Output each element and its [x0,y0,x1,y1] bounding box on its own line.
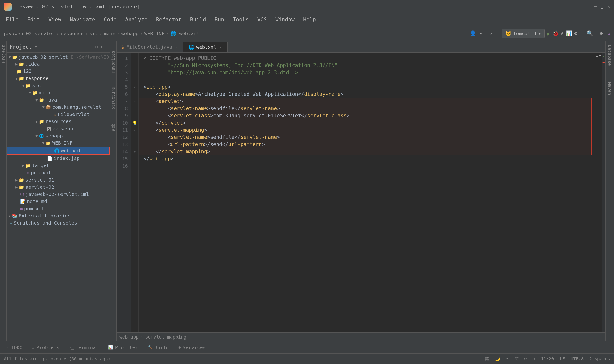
tree-item-fileservlet[interactable]: ☕ FileServlet [7,111,110,118]
menu-file[interactable]: File [2,15,22,24]
build-tab[interactable]: 🔨 Build [144,343,173,352]
tree-item-package[interactable]: ▼ 📦 com.kuang.servlet [7,104,110,111]
project-header-icons: ⊟ ⚙ – [95,44,107,49]
todo-tab[interactable]: ✓ TODO [3,343,26,352]
coverage-button[interactable]: ⚡ [561,30,564,36]
tree-item-scratches[interactable]: ✏ Scratches and Consoles [7,219,110,227]
tree-item-main[interactable]: ▼ 📁 main [7,89,110,96]
tree-item-webinf[interactable]: ▼ 📁 WEB-INF [7,139,110,147]
code-content-area[interactable]: <!DOCTYPE web-app PUBLIC "-//Sun Microsy… [139,53,601,332]
minimize-button[interactable]: ─ [594,4,597,10]
vcs-update-button[interactable]: ↙ [487,29,495,38]
maximize-button[interactable]: □ [600,4,603,10]
gutter-line5-fold[interactable]: ▿ [131,83,138,91]
hide-panel-button[interactable]: – [104,44,107,49]
status-encoding[interactable]: UTF-8 [571,356,584,361]
profile-button[interactable]: 📊 [566,30,572,36]
terminal-tab[interactable]: >_ Terminal [65,343,103,352]
scroll-up-arrow[interactable]: ▲ [596,54,598,57]
menu-run[interactable]: Run [211,15,228,24]
maven-icon: m [27,170,29,175]
breadcrumb-webinf[interactable]: WEB-INF [144,31,165,36]
tree-item-123[interactable]: 📁 123 [7,67,110,75]
breadcrumb-webxml[interactable]: 🌐 web.xml [170,31,199,36]
tree-item-notemd[interactable]: 📝 note.md [7,198,110,205]
tab-webxml[interactable]: 🌐 web.xml × [183,42,228,52]
web-tab[interactable]: Web [111,124,116,131]
tree-item-webxml[interactable]: 🌐 web.xml [7,147,110,155]
tab-fileservlet-close[interactable]: × [174,44,179,50]
code-scrollbar[interactable]: ✓ ▲ ▼ [601,53,605,332]
tree-item-servlet01[interactable]: ▶ 📁 servlet-01 [7,176,110,183]
breadcrumb-webapp-node[interactable]: web-app [119,334,139,339]
favorites-tab[interactable]: Favorites [111,51,116,73]
code-editor[interactable]: 1 2 3 4 5 6 7 8 9 10 11 12 13 14 15 16 [117,53,605,332]
menu-navigate[interactable]: Navigate [66,15,99,24]
settings-gear-button[interactable]: ⚙ [598,29,605,38]
tree-item-iml[interactable]: ⬡ javaweb-02-servlet.iml [7,191,110,198]
gutter-line7-fold[interactable]: ▿ [131,98,138,105]
tree-item-idea[interactable]: ▶ 📁 .idea [7,60,110,67]
breadcrumb-webapp[interactable]: webapp [121,31,139,36]
tree-item-servlet02[interactable]: ▶ 📁 servlet-02 [7,183,110,191]
tree-item-aawebp[interactable]: 🖼 aa.webp [7,125,110,132]
gutter-line14-fold[interactable]: ▿ [131,148,138,155]
breadcrumb-main[interactable]: main [104,31,115,36]
breadcrumb-project[interactable]: javaweb-02-servlet [3,31,55,36]
menu-analyze[interactable]: Analyze [121,15,151,24]
settings-icon[interactable]: ⚙ [99,44,102,49]
tree-item-src[interactable]: ▼ 📁 src [7,82,110,89]
collapse-all-button[interactable]: ⊟ [95,44,98,49]
services-tab[interactable]: ⚙ Services [175,343,210,352]
project-panel-tab[interactable]: Project [0,43,7,65]
tree-item-response[interactable]: ▼ 📁 response [7,75,110,82]
account-button[interactable]: 👤 ▾ [467,29,485,38]
problems-tab[interactable]: ⚠ Problems [28,343,63,352]
menu-code[interactable]: Code [100,15,120,24]
tree-item-target[interactable]: ▶ 📁 target [7,162,110,169]
status-linesep[interactable]: LF [559,356,565,361]
project-dropdown-icon[interactable]: ▾ [35,44,37,49]
tree-item-ext-lib[interactable]: ▶ 📚 External Libraries [7,212,110,219]
menu-build[interactable]: Build [186,15,210,24]
xml-file-icon: 🌐 [54,148,59,153]
tree-item-root[interactable]: ▼ 📁 javaweb-02-servlet E:\Software\IDEA\… [7,54,110,60]
structure-tab[interactable]: Structure [111,87,116,109]
tomcat-config-button[interactable]: 🐱 Tomcat 9 ▾ [502,29,545,38]
tree-item-webapp[interactable]: ▼ 🌐 webapp [7,132,110,139]
menu-help[interactable]: Help [299,15,320,24]
status-indent[interactable]: 2 spaces [589,356,610,361]
maven-tab[interactable]: Maven [606,80,613,97]
settings-button[interactable]: ⚙ [574,30,577,36]
scroll-down-arrow[interactable]: ▼ [599,54,601,57]
breadcrumb-servletmapping-node[interactable]: servlet-mapping [145,334,187,339]
scroll-nav[interactable]: ▲ ▼ [596,54,601,57]
tab-fileservlet[interactable]: ☕ FileServlet.java × [117,42,183,52]
status-line-col[interactable]: 11:20 [541,356,554,361]
profiler-tab[interactable]: 📊 Profiler [104,343,142,352]
menu-tools[interactable]: Tools [229,15,252,24]
menu-edit[interactable]: Edit [23,15,44,24]
tree-item-resources[interactable]: ▼ 📁 resources [7,118,110,125]
debug-button[interactable]: 🐞 [552,30,559,36]
tree-item-pom-root[interactable]: m pom.xml [7,205,110,212]
iml-file-icon: ⬡ [20,192,24,197]
tree-item-indexjsp[interactable]: 📄 index.jsp [7,155,110,162]
close-button[interactable]: ✕ [607,4,610,10]
search-everywhere-button[interactable]: 🔍 [584,29,596,38]
menu-window[interactable]: Window [272,15,298,24]
database-tab[interactable]: Database [606,43,613,68]
menu-refactor[interactable]: Refactor [152,15,185,24]
breadcrumb-response[interactable]: response [61,31,84,36]
breadcrumb-src[interactable]: src [89,31,98,36]
gutter-line11-fold[interactable]: ▿ [131,126,138,134]
titlebar-controls[interactable]: ─ □ ✕ [594,4,610,10]
code-line-14: </servlet-mapping> [143,148,601,155]
menu-view[interactable]: View [45,15,65,24]
menu-vcs[interactable]: VCS [253,15,271,24]
tree-item-pom-response[interactable]: m pom.xml [7,169,110,176]
status-settings-icon[interactable]: ⚙ [532,356,535,361]
run-button[interactable]: ▶ [547,30,550,37]
tree-item-java[interactable]: ▼ 📁 java [7,96,110,104]
tab-webxml-close[interactable]: × [219,45,223,50]
